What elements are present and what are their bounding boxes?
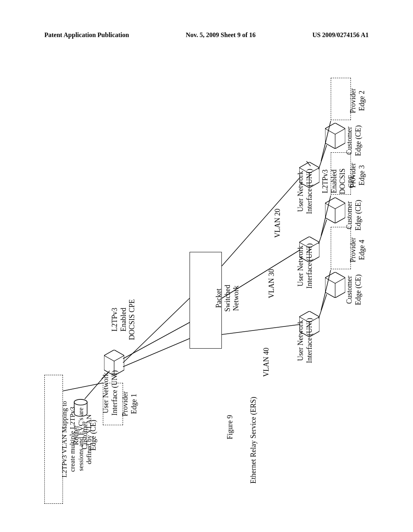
right-ce-1-hex-icon	[325, 123, 345, 149]
pe3-label: ProviderEdge 3	[349, 159, 366, 191]
right-ce-2-hex-icon	[325, 197, 345, 223]
header-center: Nov. 5, 2009 Sheet 9 of 16	[186, 31, 255, 39]
right-ce-3-label: CustomerEdge (CE)	[345, 272, 363, 308]
note-text: L2TPv3 VLAN Mapping tocreate multiple L2…	[60, 379, 94, 500]
header-right: US 2009/0274156 A1	[312, 31, 369, 39]
vlan-40-label: VLAN 40	[262, 348, 271, 377]
page-header: Patent Application Publication Nov. 5, 2…	[0, 31, 413, 39]
svg-line-20	[222, 324, 300, 335]
right-uni-3: User NetworkInterface (UNI)	[296, 316, 314, 365]
vlan-30-label: VLAN 30	[267, 269, 276, 299]
pe1-label: ProviderEdge 1	[121, 388, 138, 420]
provider-edge-2-box	[331, 78, 351, 120]
diagram-canvas: PacketSwitchedNetwork L2TPv3EnabledDOCSI…	[0, 40, 413, 524]
right-uni-1: User NetworkInterface (UNI)	[296, 167, 314, 216]
service-label: Ethernet Relay Service (ERS)	[249, 397, 258, 484]
figure-label: Figure 9	[226, 415, 234, 440]
provider-edge-3-box	[331, 152, 351, 195]
provider-edge-1-box	[103, 383, 123, 425]
right-ce-3-hex-icon	[325, 272, 345, 298]
provider-edge-4-box	[331, 227, 351, 269]
right-uni-2: User NetworkInterface (UNI)	[296, 242, 314, 290]
vlan-20-label: VLAN 20	[273, 209, 282, 238]
svg-line-18	[222, 177, 300, 266]
header-left: Patent Application Publication	[44, 31, 129, 39]
left-cpe-label: L2TPv3EnabledDOCSIS CPE	[111, 295, 137, 344]
pe2-label: ProviderEdge 2	[349, 85, 366, 117]
pe4-label: ProviderEdge 4	[349, 234, 366, 266]
psn-label: PacketSwitchedNetwork	[215, 274, 241, 322]
